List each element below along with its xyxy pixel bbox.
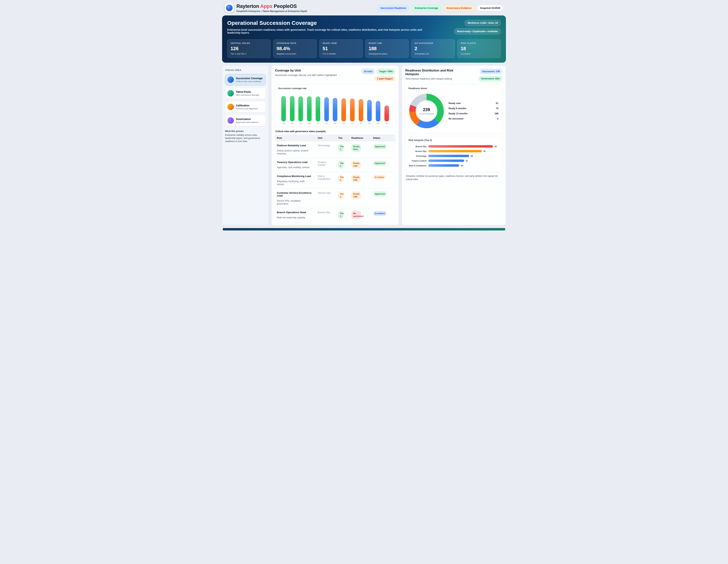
coverage-bar: Cpl [340, 98, 348, 124]
sidebar-item-label: Talent Pools [236, 90, 259, 93]
kpi-label: COVERAGE RATE [276, 42, 313, 44]
kpi-sub: Development plans [369, 53, 405, 55]
bar-label: Risk [334, 123, 337, 124]
coverage-bar: Risk [331, 98, 339, 124]
kpi-label: READY 12M [369, 42, 405, 44]
pill-succession-readiness[interactable]: Succession Readiness [377, 5, 409, 11]
bar-label: Sales [308, 123, 311, 124]
readiness-subtitle: Time horizon readiness with hotspot rank… [405, 77, 461, 80]
sidebar-item-governance[interactable]: Governance Approvals and evidence [225, 115, 266, 126]
bar-label: Proc [325, 123, 328, 124]
table-row[interactable]: Platform Reliability Lead Critical syste… [275, 141, 395, 158]
brand: Rayterton Apps PeopleOS PeopleOS Enterpr… [225, 3, 307, 13]
hotspot-bar [428, 164, 459, 167]
coverage-bar: Ret [374, 101, 382, 124]
readiness-badge: No successor [351, 211, 361, 219]
target-pill[interactable]: Target > 95% [377, 69, 395, 74]
role-name: Platform Reliability Lead [277, 144, 314, 147]
sidebar-note-title: What this proves [225, 130, 266, 133]
hero-banner: Operational Succession Coverage Enterpri… [222, 15, 506, 63]
coverage-panel: Coverage by Unit Succession coverage rat… [271, 65, 399, 225]
risk-hotspots-chart: Branch Ops92Service Ops76Technology58Fin… [408, 145, 499, 170]
pill-snapshot[interactable]: Snapshot 01/2026 [477, 5, 503, 11]
role-desc: Critical systems uptime, incident respon… [277, 149, 312, 155]
legend-value: 51 [496, 102, 498, 105]
sidebar-item-succession-coverage[interactable]: Succession Coverage Critical roles and r… [225, 74, 266, 85]
readiness-badge: Ready 12M [351, 161, 361, 169]
units-pill[interactable]: 24 units [361, 69, 375, 74]
legend-value: 188 [495, 112, 498, 115]
legend-row: Ready 6 months 74 [449, 107, 498, 110]
table-row[interactable]: Branch Operations Head Multi-site leader… [275, 208, 395, 222]
app-header: Rayterton Apps PeopleOS PeopleOS Enterpr… [222, 1, 506, 15]
coverage-subtitle: Succession coverage rate per unit with o… [275, 74, 337, 76]
status-badge: Escalated [373, 211, 387, 216]
tier-badge: Tier 1 [338, 211, 344, 219]
app-title-part2: Apps [260, 3, 272, 9]
bar-label: Corp [282, 123, 285, 124]
hero-title: Operational Succession Coverage [227, 20, 433, 26]
status-badge: In review [373, 175, 386, 180]
app-title-part3: PeopleOS [274, 3, 297, 9]
kpi-sub: Tier 1 and Tier 2 [231, 53, 267, 55]
coverage-chart-title: Succession coverage rate [278, 87, 392, 90]
readiness-donut-card: Readiness donut 239 successors mapped Re… [405, 84, 502, 133]
legend-label: No successor [449, 118, 464, 120]
kpi-sub: Immediate risk [415, 53, 451, 55]
footer-strip [223, 228, 505, 231]
donut-center-label: successors mapped [419, 113, 434, 115]
coverage-bar: Sales [305, 96, 313, 124]
kpi-label: RISK ALERTS [461, 42, 497, 44]
hero-subtitle: Enterprise-level succession readiness vi… [227, 28, 433, 34]
kpi-value: 18 [461, 46, 497, 51]
bar-label: Rt2 [368, 123, 371, 124]
hotspot-label: Technology [409, 155, 427, 157]
bar-label: Fin [317, 123, 319, 124]
readiness-badge: Ready 12M [351, 175, 361, 183]
gaps-flagged-pill[interactable]: 2 gaps flagged [375, 76, 395, 81]
table-header-row: Role Unit Tier Readiness Status [275, 135, 395, 141]
hotspot-row: Service Ops76 [409, 150, 499, 152]
kpi-label: READY NOW [323, 42, 359, 44]
kpi-no-successor: NO SUCCESSOR 2 Immediate risk [411, 39, 455, 58]
peopleos-dashboard: Rayterton Apps PeopleOS PeopleOS Enterpr… [220, 0, 508, 233]
role-desc: Regulatory monitoring, audit closure [277, 180, 312, 186]
hotspot-value: 51 [466, 160, 468, 162]
sidebar-item-calibration[interactable]: Calibration Fairness and alignment [225, 101, 266, 113]
kpi-value: 51 [323, 46, 359, 51]
pill-enterprise-coverage[interactable]: Enterprise Coverage [412, 5, 441, 11]
workforce-badge: Workforce: 5,250 • Units: 24 [465, 20, 501, 26]
successors-pill[interactable]: Successors: 239 [480, 69, 502, 74]
kpi-sub: 0 to 3 months [323, 53, 359, 55]
coverage-bar: Ops [297, 96, 305, 124]
bar-label: Ret [377, 123, 379, 124]
readiness-pills: Successors: 239 Governance: 92% [479, 69, 502, 81]
coverage-chart-card: Succession coverage rate CorpTechOpsSale… [275, 84, 395, 127]
legend-row: Ready 12 months 188 [449, 112, 498, 115]
status-badge: Approved [373, 144, 387, 149]
table-row[interactable]: Compliance Monitoring Lead Regulatory mo… [275, 172, 395, 189]
hero-badges: Workforce: 5,250 • Units: 24 Board-ready… [454, 20, 501, 35]
role-desc: Service KPIs, escalation governance [277, 200, 312, 205]
critical-roles-table: Role Unit Tier Readiness Status Platform… [275, 135, 395, 222]
sidebar-item-label: Governance [236, 118, 258, 121]
readiness-badge: Ready Now [351, 144, 361, 152]
coverage-pills: 24 units Target > 95% 2 gaps flagged [361, 69, 395, 81]
coverage-bar: Tech [288, 96, 296, 124]
bar-label: Tech [291, 123, 294, 124]
table-row[interactable]: Customer Service Excellence Lead Service… [275, 189, 395, 208]
unit-cell: Risk & Compliance [316, 172, 336, 189]
readiness-donut-chart: 239 successors mapped [409, 94, 444, 128]
legend-label: Ready 6 months [449, 107, 466, 110]
hotspot-value: 76 [483, 150, 486, 152]
table-row[interactable]: Treasury Operations Lead Approvals, cash… [275, 158, 395, 172]
readiness-panel: Readiness Distribution and Risk Hotspots… [402, 65, 506, 225]
coverage-bar: Rt2 [366, 100, 374, 124]
legend-label: Ready 12 months [449, 112, 468, 115]
sidebar-item-talent-pools[interactable]: Talent Pools HiPo and bench strength [225, 88, 266, 99]
governance-pill[interactable]: Governance: 92% [479, 76, 502, 81]
hotspot-row: Risk & Compliance44 [409, 164, 499, 167]
pill-governance-evidence[interactable]: Governance Evidence [443, 5, 475, 11]
coverage-bar-chart: CorpTechOpsSalesFinProcRiskCplSvcRt1Rt2R… [278, 93, 392, 124]
kpi-value: 188 [369, 46, 405, 51]
